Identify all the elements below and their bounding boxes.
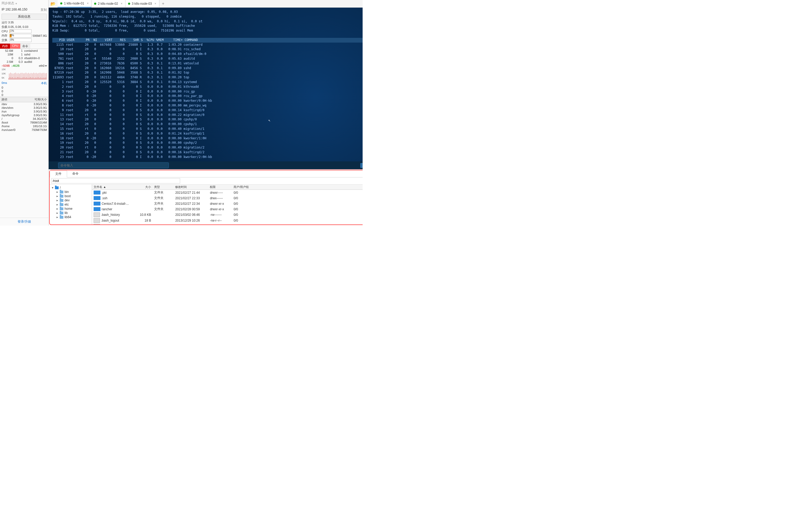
- col-type[interactable]: 类型: [152, 184, 174, 189]
- close-icon[interactable]: ×: [87, 2, 89, 5]
- svg-rect-5: [11, 73, 12, 80]
- load-row: 负载 0.05, 0.08, 0.03: [0, 25, 48, 29]
- close-icon[interactable]: ×: [155, 2, 156, 5]
- col-name[interactable]: 文件名 ▲: [92, 184, 133, 189]
- net-iface-select[interactable]: eth0 ▾: [39, 64, 47, 67]
- tree-item[interactable]: ▸lib64: [51, 215, 91, 219]
- content: 📂 1 k8s-node-01×2 k8s-node-02×3 k8s-node…: [49, 0, 362, 226]
- sysinfo-button[interactable]: 系统信息: [2, 14, 47, 20]
- svg-rect-42: [35, 78, 35, 80]
- col-mtime[interactable]: 修改时间: [174, 184, 208, 189]
- fs-row[interactable]: /dev3.9G/3.9G: [0, 102, 48, 106]
- tab-cmd[interactable]: 命令: [20, 43, 30, 49]
- svg-rect-48: [39, 78, 39, 80]
- path-input[interactable]: [51, 178, 180, 183]
- svg-rect-24: [24, 77, 24, 80]
- tree-item[interactable]: ▸etc: [51, 202, 91, 207]
- svg-rect-26: [25, 78, 25, 80]
- login-upgrade-link[interactable]: 登录/升级: [0, 218, 48, 226]
- folder-icon: [60, 195, 63, 198]
- host-select[interactable]: 本机: [41, 81, 47, 85]
- folder-icon: [60, 207, 63, 210]
- copy-button[interactable]: 复制: [40, 8, 47, 12]
- folder-icon: [94, 202, 100, 206]
- col-size[interactable]: 大小: [133, 184, 152, 189]
- folder-icon: [60, 203, 63, 206]
- fs-row[interactable]: /sys/fs/cgroup3.9G/3.9G: [0, 113, 48, 117]
- svg-rect-4: [11, 78, 11, 80]
- fs-row[interactable]: /boot786M/1014M: [0, 121, 48, 124]
- tab-bar: 📂 1 k8s-node-01×2 k8s-node-02×3 k8s-node…: [49, 0, 362, 8]
- tree-item[interactable]: ▸bin: [51, 190, 91, 194]
- file-row[interactable]: .bash_profile244 B2021/02/27 23:26-rw-r-…: [92, 223, 362, 224]
- file-row[interactable]: rancher文件夹2021/02/28 00:59drwxr-xr-x0/0: [92, 206, 362, 212]
- svg-rect-45: [37, 73, 38, 80]
- svg-rect-20: [21, 78, 22, 80]
- status-dot-icon: [60, 2, 62, 4]
- add-tab-button[interactable]: +: [160, 0, 167, 7]
- fs-row[interactable]: /dev/shm3.9G/3.9G: [0, 106, 48, 110]
- process-row[interactable]: 2.5M0.3auditd: [0, 60, 48, 64]
- svg-rect-52: [42, 78, 42, 80]
- svg-rect-22: [23, 78, 23, 80]
- svg-rect-44: [36, 78, 37, 80]
- file-icon: [94, 212, 100, 217]
- svg-rect-40: [34, 78, 34, 80]
- process-row[interactable]: 00.3xfsaild/dm-0: [0, 56, 48, 60]
- svg-rect-30: [28, 78, 28, 80]
- tab-commands[interactable]: 命令: [67, 170, 84, 177]
- cpu-bar: CPU 1%: [0, 29, 48, 33]
- file-row[interactable]: Centos7.6-install-...文件夹2021/02/27 22:34…: [92, 201, 362, 206]
- process-row[interactable]: 10M1sshd: [0, 53, 48, 56]
- fs-row[interactable]: /home18G/18.1G: [0, 124, 48, 128]
- close-icon[interactable]: ×: [121, 2, 122, 5]
- folder-icon: [60, 190, 63, 193]
- svg-rect-39: [33, 73, 34, 80]
- folder-icon: [94, 196, 100, 200]
- file-list: 文件名 ▲ 大小 类型 修改时间 权限 用户/用户组 .pki文件夹2021/0…: [92, 184, 362, 224]
- svg-rect-59: [46, 73, 47, 80]
- svg-rect-37: [32, 73, 32, 80]
- session-tab[interactable]: 1 k8s-node-01×: [58, 0, 91, 7]
- file-row[interactable]: .pki文件夹2021/02/27 21:44drwxr-----0/0: [92, 190, 362, 195]
- fs-row[interactable]: /34.3G/37G: [0, 117, 48, 121]
- tab-mem[interactable]: 内存: [0, 43, 10, 49]
- svg-rect-55: [44, 73, 44, 80]
- latency-row: 0ms 本机: [0, 81, 48, 86]
- svg-rect-9: [14, 73, 14, 80]
- tree-item[interactable]: ▸home: [51, 207, 91, 211]
- svg-rect-57: [45, 73, 45, 80]
- file-row[interactable]: .ssh文件夹2021/02/27 22:33drwx------0/0: [92, 195, 362, 201]
- svg-rect-32: [29, 78, 29, 80]
- svg-rect-54: [43, 78, 44, 80]
- session-tab[interactable]: 3 k8s-node-03×: [125, 0, 160, 7]
- terminal[interactable]: top - 07:20:36 up 3:35, 2 users, load av…: [49, 8, 362, 161]
- svg-rect-46: [38, 77, 38, 80]
- tab-cpu[interactable]: CPU: [10, 43, 20, 49]
- col-owner[interactable]: 用户/用户组: [232, 184, 254, 189]
- dir-tree: ▾/ ▸bin▸boot▸dev▸etc▸home▸lib▸lib64: [50, 184, 92, 224]
- fs-row[interactable]: /run3.9G/3.9G: [0, 110, 48, 113]
- command-input[interactable]: [58, 162, 169, 168]
- ip-address: IP 192.168.46.150: [2, 8, 27, 12]
- tab-files[interactable]: 文件: [50, 170, 67, 177]
- session-tab[interactable]: 2 k8s-node-02×: [91, 0, 125, 7]
- sidebar: 同步状态 ● IP 192.168.46.150 复制 系统信息 运行 3:35…: [0, 0, 49, 226]
- tree-item[interactable]: ▸lib: [51, 211, 91, 215]
- folder-icon[interactable]: 📂: [49, 1, 58, 6]
- file-row[interactable]: .bash_history10.8 KB2021/03/02 06:46-rw-…: [92, 212, 362, 218]
- svg-rect-3: [10, 73, 10, 80]
- tree-item[interactable]: ▸dev: [51, 198, 91, 202]
- tree-item[interactable]: ▸boot: [51, 194, 91, 198]
- ip-row: IP 192.168.46.150 复制: [0, 6, 48, 13]
- history-button[interactable]: 历史: [360, 163, 362, 168]
- fs-row[interactable]: /run/user/0793M/793M: [0, 128, 48, 132]
- svg-rect-35: [31, 73, 31, 80]
- svg-rect-13: [17, 73, 17, 80]
- tree-root[interactable]: ▾/: [51, 186, 91, 190]
- col-perm[interactable]: 权限: [208, 184, 232, 189]
- folder-icon: [94, 190, 100, 194]
- file-row[interactable]: .bash_logout18 B2013/12/29 10:26-rw-r--r…: [92, 218, 362, 223]
- svg-rect-2: [10, 77, 10, 80]
- process-row[interactable]: 52.6M1containerd: [0, 49, 48, 53]
